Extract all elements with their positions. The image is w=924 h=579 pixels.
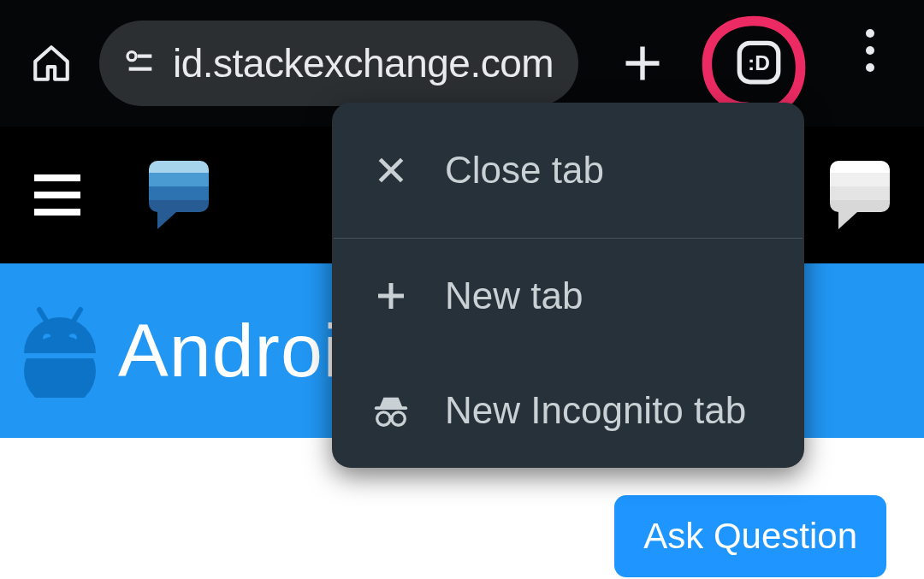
address-bar[interactable]: id.stackexchange.com: [99, 21, 578, 106]
new-tab-button[interactable]: [613, 41, 672, 86]
home-icon: [30, 42, 73, 85]
svg-text::D: :D: [748, 51, 770, 74]
menu-label: Close tab: [445, 149, 604, 192]
site-menu-button[interactable]: [34, 174, 80, 216]
plus-icon: [620, 41, 665, 86]
close-icon: [370, 154, 412, 186]
tab-count-icon: :D: [735, 38, 783, 86]
stackexchange-icon: [149, 161, 209, 212]
svg-rect-17: [375, 406, 407, 410]
site-settings-icon[interactable]: [123, 46, 157, 80]
home-button[interactable]: [17, 21, 86, 106]
stackexchange-network-button[interactable]: [830, 161, 890, 229]
svg-rect-12: [19, 353, 101, 358]
svg-point-0: [127, 52, 136, 61]
hamburger-icon: [34, 174, 80, 181]
svg-point-19: [392, 412, 405, 425]
overflow-menu-button[interactable]: [840, 29, 900, 72]
url-text: id.stackexchange.com: [173, 40, 554, 86]
tab-switcher-button[interactable]: :D: [729, 32, 789, 92]
menu-item-new-tab[interactable]: New tab: [332, 239, 804, 353]
kebab-icon: [866, 29, 874, 38]
incognito-icon: [370, 391, 412, 430]
plus-icon: [370, 279, 412, 313]
ask-question-button[interactable]: Ask Question: [614, 495, 886, 577]
menu-item-close-tab[interactable]: Close tab: [332, 103, 804, 238]
menu-item-new-incognito[interactable]: New Incognito tab: [332, 353, 804, 468]
menu-label: New Incognito tab: [445, 389, 746, 432]
stackexchange-logo[interactable]: [149, 161, 209, 229]
stackexchange-icon: [830, 161, 890, 212]
tab-actions-menu: Close tab New tab New Incognito tab: [332, 103, 804, 468]
svg-point-18: [377, 412, 390, 425]
menu-label: New tab: [445, 275, 583, 317]
android-icon: [19, 304, 101, 398]
